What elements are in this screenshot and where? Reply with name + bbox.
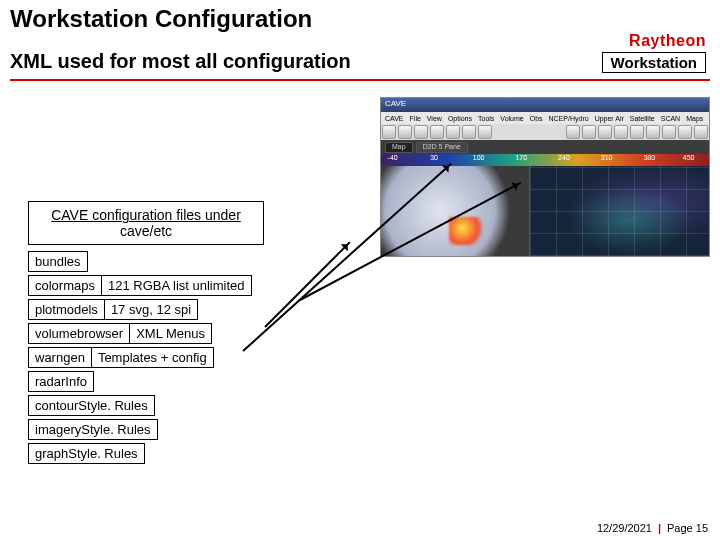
- callout-cave-config: CAVE configuration files under cave/etc: [28, 201, 264, 244]
- menu-item: File: [410, 115, 421, 122]
- config-label: colormaps: [28, 275, 102, 296]
- menu-item: NCEP/Hydro: [549, 115, 589, 122]
- config-detail: 121 RGBA list unlimited: [101, 275, 252, 296]
- config-row-volumebrowser: volumebrowser XML Menus: [28, 323, 348, 344]
- toolbar-button-icon: [446, 125, 460, 139]
- menu-item: Obs: [530, 115, 543, 122]
- legend-tick: 450: [683, 154, 695, 161]
- legend-tick: 380: [643, 154, 655, 161]
- screenshot-menubar: CAVE File View Options Tools Volume Obs …: [381, 112, 709, 124]
- footer-date: 12/29/2021: [597, 522, 652, 534]
- slide-footer: 12/29/2021 | Page 15: [597, 522, 708, 534]
- slide-title: Workstation Configuration: [10, 6, 710, 32]
- toolbar-button-icon: [430, 125, 444, 139]
- footer-separator-icon: |: [658, 522, 661, 534]
- config-row-bundles: bundles: [28, 251, 348, 272]
- raytheon-logo: Raytheon: [629, 32, 706, 50]
- menu-item: Upper Air: [595, 115, 624, 122]
- config-row-radarinfo: radarInfo: [28, 371, 348, 392]
- config-files-column: CAVE configuration files under cave/etc …: [28, 201, 348, 466]
- toolbar-button-icon: [566, 125, 580, 139]
- callout-line1: CAVE configuration files under: [51, 207, 241, 223]
- config-label: contourStyle. Rules: [28, 395, 155, 416]
- toolbar-button-icon: [646, 125, 660, 139]
- config-label: bundles: [28, 251, 88, 272]
- toolbar-button-icon: [582, 125, 596, 139]
- config-label: plotmodels: [28, 299, 105, 320]
- toolbar-button-icon: [678, 125, 692, 139]
- screenshot-toolbar: [381, 124, 709, 140]
- toolbar-button-icon: [662, 125, 676, 139]
- screenshot-tab: Map: [385, 142, 413, 153]
- toolbar-button-icon: [630, 125, 644, 139]
- legend-tick: 30: [430, 154, 438, 161]
- legend-tick: 100: [473, 154, 485, 161]
- menu-item: SCAN: [661, 115, 680, 122]
- menu-item: Satellite: [630, 115, 655, 122]
- toolbar-button-icon: [382, 125, 396, 139]
- config-label: graphStyle. Rules: [28, 443, 145, 464]
- config-row-imagerystylerules: imageryStyle. Rules: [28, 419, 348, 440]
- config-detail: Templates + config: [91, 347, 214, 368]
- legend-tick: 170: [515, 154, 527, 161]
- callout-line2: cave/etc: [120, 223, 172, 239]
- legend-tick: 240: [558, 154, 570, 161]
- config-label: radarInfo: [28, 371, 94, 392]
- menu-item: Options: [448, 115, 472, 122]
- screenshot-tab: D2D 5 Pane: [416, 142, 468, 153]
- footer-page: Page 15: [667, 522, 708, 534]
- config-row-warngen: warngen Templates + config: [28, 347, 348, 368]
- cave-app-screenshot: CAVE CAVE File View Options Tools Volume…: [380, 97, 710, 257]
- screenshot-titlebar: CAVE: [381, 98, 709, 112]
- toolbar-button-icon: [398, 125, 412, 139]
- slide-header: Workstation Configuration XML used for m…: [0, 0, 720, 75]
- toolbar-button-icon: [598, 125, 612, 139]
- workstation-label-box: Workstation: [602, 52, 706, 73]
- slide-subtitle: XML used for most all configuration: [10, 50, 351, 73]
- config-row-colormaps: colormaps 121 RGBA list unlimited: [28, 275, 348, 296]
- screenshot-tabrow: Map D2D 5 Pane: [381, 140, 709, 154]
- menu-item: View: [427, 115, 442, 122]
- config-detail: XML Menus: [129, 323, 212, 344]
- config-row-contourstylerules: contourStyle. Rules: [28, 395, 348, 416]
- toolbar-button-icon: [614, 125, 628, 139]
- legend-tick: 310: [601, 154, 613, 161]
- menu-item: CAVE: [385, 115, 404, 122]
- screenshot-colorbar: -40 30 100 170 240 310 380 450: [381, 154, 709, 166]
- menu-item: Maps: [686, 115, 703, 122]
- toolbar-button-icon: [462, 125, 476, 139]
- toolbar-button-icon: [478, 125, 492, 139]
- menu-item: Volume: [500, 115, 523, 122]
- config-label: warngen: [28, 347, 92, 368]
- config-detail: 17 svg, 12 spi: [104, 299, 198, 320]
- toolbar-button-icon: [694, 125, 708, 139]
- config-label: volumebrowser: [28, 323, 130, 344]
- config-row-graphstylerules: graphStyle. Rules: [28, 443, 348, 464]
- toolbar-button-icon: [414, 125, 428, 139]
- screenshot-map-pane: [529, 166, 709, 256]
- legend-tick: -40: [388, 154, 398, 161]
- config-row-plotmodels: plotmodels 17 svg, 12 spi: [28, 299, 348, 320]
- menu-item: Tools: [478, 115, 494, 122]
- config-label: imageryStyle. Rules: [28, 419, 158, 440]
- slide-body: CAVE CAVE File View Options Tools Volume…: [0, 81, 720, 501]
